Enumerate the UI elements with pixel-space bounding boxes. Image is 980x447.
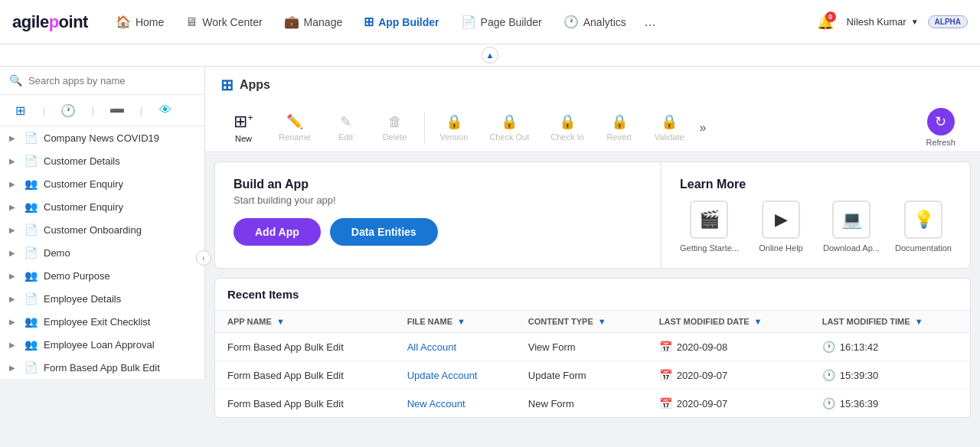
- cell-content-type-2: New Form: [516, 390, 647, 418]
- sidebar-item[interactable]: ▶ 📄 Demo: [0, 241, 204, 264]
- file-link-0[interactable]: All Account: [407, 341, 456, 353]
- clock-view-button[interactable]: 🕐: [57, 100, 79, 121]
- collapse-bar: ▲: [0, 44, 980, 67]
- nav-links: 🏠 Home 🖥 Work Center 💼 Manage ⊞ App Buil…: [106, 9, 813, 34]
- rename-label: Rename: [279, 132, 311, 142]
- sidebar-item[interactable]: ▶ 📄 Customer Onboarding: [0, 218, 204, 241]
- sidebar-item-icon: 📄: [24, 224, 38, 236]
- learn-item-documentation[interactable]: 💡 Documentation: [895, 201, 952, 253]
- toolbar: ⊞+ New ✏️ Rename ✎ Edit 🗑 Delete: [220, 103, 965, 152]
- page-icon: 📄: [461, 15, 476, 29]
- toolbar-revert-button[interactable]: 🔒 Revert: [596, 109, 642, 146]
- refresh-icon: ↻: [927, 108, 955, 135]
- new-label: New: [235, 134, 252, 143]
- col-app-name-sort: ▼: [276, 317, 285, 326]
- sidebar-item-icon: 👥: [24, 201, 38, 213]
- online-help-label: Online Help: [759, 243, 802, 253]
- sidebar: 🔍 ⊞ | 🕐 | ➖ | 👁 ▶ 📄 Company News COVID19…: [0, 67, 205, 379]
- add-app-button[interactable]: Add App: [234, 218, 321, 246]
- nav-item-manage[interactable]: 💼 Manage: [275, 10, 352, 34]
- logo: agilepoint: [12, 12, 88, 32]
- expand-arrow-icon: ▶: [9, 157, 18, 165]
- collapse-nav-button[interactable]: ▲: [482, 47, 498, 64]
- sidebar-item-label: Employee Loan Approval: [44, 339, 155, 351]
- home-icon: 🏠: [116, 15, 131, 29]
- cell-file-name-1[interactable]: Update Account: [395, 361, 516, 390]
- sidebar-item-label: Demo: [44, 247, 70, 259]
- recent-items-table: APP NAME ▼ FILE NAME ▼ CONTENT TYPE ▼: [215, 311, 970, 417]
- eye-view-button[interactable]: 👁: [155, 100, 176, 121]
- toolbar-version-button[interactable]: 🔒 Version: [431, 109, 478, 146]
- data-entities-button[interactable]: Data Entities: [330, 218, 438, 246]
- notification-button[interactable]: 🔔 0: [813, 10, 838, 34]
- col-last-mod-date-sort: ▼: [754, 317, 763, 326]
- toolbar-new-button[interactable]: ⊞+ New: [220, 107, 266, 148]
- sidebar-item[interactable]: ▶ 👥 Customer Enquiry: [0, 172, 204, 195]
- toolbar-divider: [424, 113, 425, 143]
- sidebar-item[interactable]: ▶ 👥 Employee Loan Approval: [0, 333, 204, 356]
- nav-item-work-center[interactable]: 🖥 Work Center: [176, 11, 271, 34]
- expand-arrow-icon: ▶: [9, 180, 18, 188]
- learn-item-download-app[interactable]: 💻 Download Ap...: [823, 201, 880, 253]
- nav-item-page-builder[interactable]: 📄 Page Builder: [452, 10, 551, 34]
- sidebar-item-label: Customer Onboarding: [44, 224, 142, 236]
- revert-label: Revert: [606, 132, 631, 142]
- recent-section: Recent Items APP NAME ▼ FILE NAME ▼ CO: [214, 278, 971, 418]
- nav-item-home[interactable]: 🏠 Home: [106, 10, 173, 34]
- col-app-name[interactable]: APP NAME ▼: [215, 311, 395, 333]
- col-last-mod-date-label: LAST MODIFIED DATE: [659, 317, 750, 326]
- cell-app-name-2: Form Based App Bulk Edit: [215, 390, 395, 418]
- grid-icon: ⊞: [364, 15, 374, 29]
- col-last-mod-time[interactable]: LAST MODIFIED TIME ▼: [810, 311, 970, 333]
- nav-item-home-label: Home: [136, 16, 164, 28]
- expand-arrow-icon: ▶: [9, 226, 18, 234]
- nav-item-app-builder[interactable]: ⊞ App Builder: [354, 10, 448, 34]
- toolbar-rename-button[interactable]: ✏️ Rename: [270, 109, 320, 146]
- edit-icon: ✎: [340, 113, 351, 130]
- sidebar-item[interactable]: ▶ 📄 Company News COVID19: [0, 126, 204, 149]
- clock-icon-2: 🕐: [822, 397, 835, 409]
- toolbar-refresh-button[interactable]: ↻ Refresh: [916, 103, 965, 152]
- toolbar-more-button[interactable]: »: [697, 116, 710, 139]
- sidebar-collapse-button[interactable]: ‹: [196, 250, 211, 266]
- sidebar-divider-2: |: [91, 105, 93, 116]
- toolbar-delete-button[interactable]: 🗑 Delete: [372, 109, 418, 146]
- revert-icon: 🔒: [611, 113, 628, 130]
- toolbar-checkin-button[interactable]: 🔒 Check In: [541, 109, 593, 146]
- col-last-mod-time-label: LAST MODIFIED TIME: [822, 317, 910, 326]
- col-content-type[interactable]: CONTENT TYPE ▼: [516, 311, 647, 333]
- refresh-label: Refresh: [926, 138, 956, 147]
- sidebar-item-label: Company News COVID19: [44, 132, 159, 144]
- cell-file-name-0[interactable]: All Account: [395, 333, 516, 361]
- apps-header: ⊞ Apps ⊞+ New ✏️ Rename ✎ Edit: [205, 67, 980, 152]
- file-link-2[interactable]: New Account: [407, 398, 466, 409]
- learn-item-online-help[interactable]: ▶ Online Help: [754, 201, 808, 253]
- nav-more-button[interactable]: ...: [639, 9, 662, 34]
- sidebar-item[interactable]: ▶ 📄 Customer Details: [0, 149, 204, 172]
- nav-item-analytics[interactable]: 🕐 Analytics: [554, 10, 635, 34]
- minus-view-button[interactable]: ➖: [106, 100, 128, 121]
- learn-item-getting-started[interactable]: 🎬 Getting Starte...: [680, 201, 739, 253]
- toolbar-edit-button[interactable]: ✎ Edit: [323, 109, 369, 146]
- sidebar-item[interactable]: ▶ 📄 Form Based App Bulk Edit: [0, 356, 204, 379]
- file-link-1[interactable]: Update Account: [407, 370, 478, 381]
- rename-icon: ✏️: [286, 113, 303, 130]
- sidebar-item[interactable]: ▶ 📄 Employee Details: [0, 287, 204, 310]
- cell-file-name-2[interactable]: New Account: [395, 390, 516, 418]
- col-file-name[interactable]: FILE NAME ▼: [395, 311, 516, 333]
- sidebar-search-container: 🔍: [0, 67, 204, 95]
- sidebar-item[interactable]: ▶ 👥 Customer Enquiry: [0, 195, 204, 218]
- sidebar-item[interactable]: ▶ 👥 Employee Exit Checklist: [0, 310, 204, 333]
- grid-view-button[interactable]: ⊞: [9, 100, 31, 121]
- search-input[interactable]: [28, 75, 195, 86]
- main-content: ⊞ Apps ⊞+ New ✏️ Rename ✎ Edit: [205, 67, 980, 447]
- user-menu[interactable]: Nilesh Kumar ▼: [847, 16, 919, 28]
- sidebar-item[interactable]: ▶ 👥 Demo Purpose: [0, 264, 204, 287]
- time-value-1: 15:39:30: [840, 370, 879, 381]
- calendar-icon-1: 📅: [659, 369, 672, 381]
- col-file-name-sort: ▼: [457, 317, 466, 326]
- toolbar-validate-button[interactable]: 🔒 Validate: [645, 109, 694, 146]
- col-last-mod-date[interactable]: LAST MODIFIED DATE ▼: [647, 311, 810, 333]
- cell-date-0: 📅 2020-09-08: [647, 333, 810, 361]
- toolbar-checkout-button[interactable]: 🔒 Check Out: [480, 109, 538, 146]
